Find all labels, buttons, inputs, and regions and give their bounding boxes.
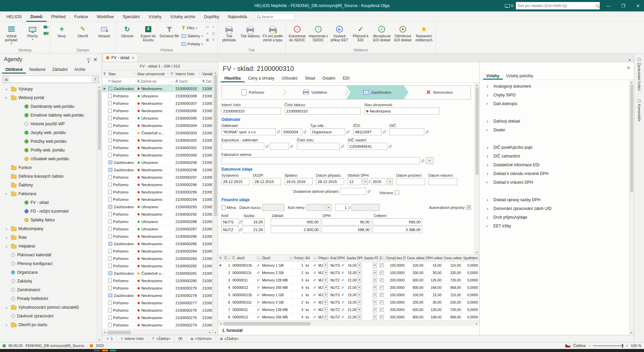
print-fv-button[interactable]: FV pro podle země a typu — [261, 23, 284, 48]
relation-item[interactable]: Chyby SIPO — [480, 91, 629, 99]
link-icon[interactable] — [303, 130, 307, 134]
dropdown-icon[interactable] — [373, 314, 377, 320]
workflow-stage[interactable]: Zaúčtováno — [346, 86, 409, 99]
tax-dph-cell[interactable]: 90,00 — [322, 218, 371, 225]
dropdown-icon[interactable] — [324, 314, 328, 320]
tax-celkem-cell[interactable]: 3 388,00 — [373, 226, 422, 233]
relation-item[interactable]: Daňový doklad — [480, 117, 629, 126]
dropdown-icon[interactable] — [373, 307, 377, 312]
relation-chevron-icon[interactable] — [485, 223, 490, 229]
tree-chevron-icon[interactable] — [4, 226, 9, 231]
tax-kod-cell[interactable]: NUTZ — [221, 226, 239, 233]
splatno-field[interactable]: 18.01.2016 — [284, 178, 313, 185]
ico-field[interactable]: 48111597 — [353, 128, 381, 135]
tree-item[interactable]: Helpdesk — [0, 242, 97, 251]
z-checkbox[interactable] — [380, 315, 384, 319]
select-binder-button[interactable]: Vybrat pořadač▾ — [1, 23, 22, 48]
table-row[interactable]: Pořízeno Neuhrazeno 2100000296 210000 — [102, 181, 213, 188]
table-row[interactable]: Pořízeno Neuhrazeno 2100000275 210000 — [102, 314, 213, 321]
dropdown-icon[interactable] — [324, 270, 328, 275]
link-icon[interactable] — [313, 308, 316, 311]
tree-item[interactable]: Splátky faktur — [0, 216, 97, 224]
side-tab-zpracovani-funkci[interactable]: Zpracování funkcí — [637, 58, 641, 91]
grid-column-header[interactable]: Interní číslo — [174, 71, 201, 77]
count-button[interactable]: # — [211, 37, 216, 43]
odberatel-field[interactable]: "RONIA" spol. s r.o. — [221, 128, 276, 135]
items-column-header[interactable]: Počet — [293, 255, 305, 261]
tree-item[interactable]: Přenosy konfigurací — [0, 259, 97, 268]
tree-item[interactable]: Dashboardy web.portálu — [0, 102, 97, 111]
link-icon[interactable] — [313, 264, 316, 266]
zoom-out-icon[interactable]: − — [588, 344, 590, 348]
link-icon[interactable] — [341, 286, 344, 289]
tree-item[interactable]: Multicompany — [0, 224, 97, 233]
table-row[interactable]: Pořízeno Neuhrazeno 2100000283 210000 — [102, 255, 213, 262]
table-row[interactable]: Pořízeno Neuhrazeno 2100000284 210000 — [102, 248, 213, 255]
tree-chevron-icon[interactable] — [4, 191, 9, 196]
link-icon[interactable] — [277, 130, 280, 134]
workflow-stage[interactable]: Stornováno — [409, 86, 471, 99]
tree-item[interactable]: Dávkové zpracování — [0, 312, 97, 320]
reject-edi-button[interactable]: × Odmítnout EDI doklad — [392, 23, 413, 48]
link-icon[interactable] — [257, 286, 260, 289]
sidebar-scrollbar[interactable]: ▲▼ — [97, 85, 102, 342]
item-row[interactable]: 8 00000012 Memory 256 MB 4 ks MJ NUTZ 21… — [218, 313, 479, 321]
menu-item[interactable]: Přehled — [47, 11, 70, 22]
tree-item[interactable]: Zaměstnanci — [0, 285, 97, 294]
table-row[interactable]: Zaúčtováno Částečně u... 2100000281 2100… — [102, 270, 213, 277]
link-icon[interactable] — [257, 308, 260, 311]
cislo-uctu-field[interactable] — [297, 143, 340, 150]
table-row[interactable]: Pořízeno Neuhrazeno 2100000280 210000 — [102, 277, 213, 284]
grid-filter-cell[interactable] — [102, 78, 107, 85]
table-row[interactable]: Pořízeno Neuhrazeno 2100000300 210000 — [102, 151, 213, 159]
menu-item[interactable]: Vztahy — [144, 11, 166, 22]
link-icon[interactable] — [257, 271, 260, 274]
tree-item[interactable]: Funkce — [0, 163, 97, 172]
relation-item[interactable]: Dealer — [480, 126, 629, 134]
grid-filter-cell[interactable]: A Začín — [174, 78, 201, 85]
columns-button[interactable]: ▦ — [205, 37, 210, 43]
tab-overflow-icon[interactable]: ▼ — [626, 58, 634, 62]
kurz-mnozstvi-field[interactable] — [352, 204, 380, 211]
items-column-header[interactable]: Cena/j bez DPH — [385, 255, 406, 261]
dropdown-icon[interactable] — [357, 285, 362, 290]
fakturacni-adresa-field[interactable] — [221, 157, 420, 164]
relation-chevron-icon[interactable] — [485, 101, 490, 106]
relation-item[interactable]: EET tržby — [480, 222, 629, 230]
grid-hscrollbar[interactable]: ◄► — [102, 329, 213, 335]
table-row[interactable]: Pořízeno Uhrazeno 2100000288 210000 — [102, 218, 213, 225]
relation-item[interactable]: Analogový dokument — [480, 82, 629, 91]
dropdown-icon[interactable] — [357, 300, 362, 305]
grid-column-header[interactable]: T — [170, 71, 174, 77]
z-checkbox[interactable] — [380, 271, 384, 275]
table-row[interactable]: Pořízeno Uhrazeno 2100000305 210000 — [102, 115, 213, 122]
detail-tab[interactable]: Ceny a úhrady — [245, 74, 278, 82]
detail-tab[interactable]: Účtování — [278, 74, 301, 82]
tab-close-icon[interactable]: ✕ — [131, 56, 135, 60]
link-icon[interactable] — [382, 130, 386, 134]
relation-chevron-icon[interactable] — [485, 84, 490, 89]
obdobi-mesic-field[interactable]: 12 — [347, 178, 362, 185]
relation-chevron-icon[interactable] — [485, 180, 490, 185]
tree-item[interactable]: Uživatelé web.portálu — [0, 155, 97, 163]
language-label[interactable]: Čeština — [573, 344, 586, 348]
dropdown-icon[interactable] — [357, 270, 362, 275]
tree-chevron-icon[interactable] — [4, 244, 9, 249]
desktop-color-button[interactable]: ▾ — [43, 24, 49, 30]
relation-item[interactable]: DIČ pověřujícího popl. — [480, 143, 629, 152]
items-column-header[interactable]: Kód DPH — [329, 255, 345, 261]
items-column-header[interactable]: Sazba PDP — [363, 255, 378, 261]
relation-chevron-icon[interactable] — [485, 162, 490, 168]
menu-item[interactable]: Domů — [26, 11, 47, 22]
dropdown-icon[interactable] — [363, 178, 368, 185]
sidebar-close-icon[interactable]: ✕ — [93, 56, 98, 63]
table-row[interactable]: Pořízeno Uhrazeno 2100000287 210000 — [102, 225, 213, 233]
dropdown-icon[interactable] — [373, 300, 377, 305]
tree-chevron-icon[interactable] — [4, 87, 9, 92]
items-hscrollbar[interactable]: ◄► — [218, 321, 479, 326]
new-button[interactable]: + Nový — [51, 23, 72, 48]
link-icon[interactable] — [421, 159, 425, 163]
relation-item[interactable]: Doklad opravy sazby DPH — [480, 195, 629, 204]
link-icon[interactable] — [313, 271, 316, 274]
global-search-input[interactable] — [517, 4, 596, 8]
